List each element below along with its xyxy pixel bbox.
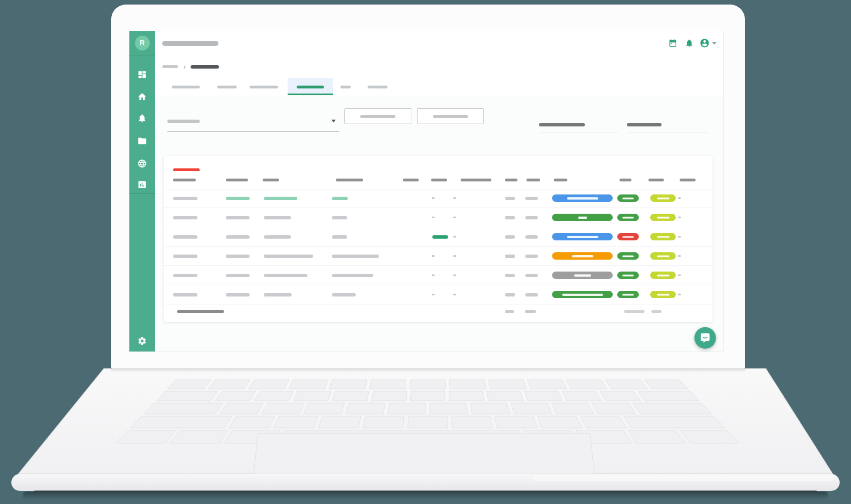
- status-pill: [617, 291, 639, 298]
- laptop-mockup: R: [0, 0, 851, 504]
- cell-dot: [432, 274, 435, 276]
- laptop-keyboard: [0, 363, 851, 504]
- cell-dot: [678, 274, 681, 276]
- chat-launcher-button[interactable]: [694, 327, 716, 349]
- filter-select[interactable]: [167, 111, 339, 132]
- table-row-1[interactable]: [164, 189, 713, 208]
- status-pill: [552, 214, 613, 221]
- cell-skeleton-bar: [505, 235, 515, 239]
- caret-down-icon[interactable]: [712, 42, 717, 45]
- button-label-skeleton: [360, 115, 395, 118]
- bell-icon[interactable]: [685, 39, 694, 48]
- cell-skeleton-bar: [525, 255, 538, 258]
- cell-dot: [678, 255, 681, 257]
- tab-1[interactable]: [172, 78, 200, 95]
- globe-icon[interactable]: [137, 159, 147, 168]
- field-value-skeleton: [539, 123, 585, 126]
- status-pill: [552, 252, 613, 260]
- cell-skeleton-bar: [332, 255, 379, 258]
- laptop-touchpad: [254, 434, 595, 474]
- status-pill: [650, 194, 676, 202]
- top-bar: [155, 31, 723, 56]
- table-row-4[interactable]: [164, 247, 713, 266]
- tab-5[interactable]: [340, 78, 351, 95]
- cell-skeleton-bar: [332, 197, 348, 200]
- notifications-icon[interactable]: [137, 113, 147, 123]
- cell-dot: [453, 236, 456, 238]
- tab-label-skeleton: [217, 86, 237, 88]
- cell-dot: [678, 217, 681, 218]
- filter-field-1[interactable]: [539, 113, 618, 133]
- tab-3[interactable]: [250, 78, 278, 95]
- brand-avatar[interactable]: R: [135, 36, 150, 50]
- cell-dot: [432, 255, 435, 257]
- tab-bar: [155, 78, 723, 96]
- laptop-screen: R: [111, 5, 745, 369]
- cell-skeleton-bar: [173, 197, 197, 200]
- cell-skeleton-bar: [264, 255, 313, 258]
- calendar-icon[interactable]: [668, 39, 677, 48]
- cell-skeleton-bar: [505, 293, 515, 297]
- cell-skeleton-bar: [505, 274, 515, 277]
- filter-field-2[interactable]: [627, 113, 709, 133]
- cell-skeleton-bar: [505, 197, 515, 200]
- cell-skeleton-bar: [264, 293, 292, 297]
- mini-status-bar: [432, 235, 448, 239]
- account-icon[interactable]: [700, 38, 710, 48]
- column-header-skeleton: [336, 179, 363, 181]
- tab-6[interactable]: [368, 78, 387, 95]
- chart-icon[interactable]: [137, 180, 147, 189]
- chevron-right-icon: ›: [183, 63, 186, 70]
- status-pill: [617, 214, 639, 221]
- sidebar-header: R: [129, 31, 155, 56]
- cell-dot: [453, 274, 456, 276]
- sidebar: R: [129, 31, 155, 351]
- field-value-skeleton: [627, 123, 662, 126]
- cell-dot: [432, 197, 435, 199]
- status-pill: [650, 252, 676, 260]
- results-table-card: [164, 156, 713, 322]
- tab-label-skeleton: [172, 86, 200, 88]
- column-header-skeleton: [403, 179, 419, 181]
- column-header-skeleton: [431, 179, 447, 181]
- filter-button-2[interactable]: [417, 108, 484, 124]
- status-pill: [650, 272, 676, 279]
- cell-skeleton-bar: [173, 274, 197, 277]
- tab-label-skeleton: [297, 86, 324, 88]
- table-row-5[interactable]: [164, 266, 713, 285]
- folder-icon[interactable]: [137, 136, 147, 146]
- breadcrumb-item-skeleton[interactable]: [162, 65, 178, 68]
- table-row-3[interactable]: [164, 227, 713, 247]
- cell-skeleton-bar: [505, 216, 515, 219]
- cell-dot: [678, 294, 681, 295]
- footer-skeleton-bar: [624, 310, 644, 313]
- tab-4-active[interactable]: [288, 78, 333, 95]
- cell-skeleton-bar: [226, 235, 250, 239]
- cell-dot: [432, 217, 435, 218]
- status-pill: [650, 291, 676, 298]
- page-title-skeleton: [162, 41, 218, 46]
- cell-skeleton-bar: [173, 235, 197, 239]
- cell-skeleton-bar: [226, 216, 250, 219]
- dashboard-icon[interactable]: [137, 70, 147, 79]
- cell-skeleton-bar: [525, 197, 538, 200]
- content-area: [155, 96, 723, 351]
- app-window: R: [129, 31, 723, 351]
- cell-skeleton-bar: [525, 274, 538, 277]
- settings-icon[interactable]: [137, 336, 147, 346]
- cell-dot: [678, 197, 681, 199]
- cell-skeleton-bar: [264, 235, 291, 239]
- filter-button-1[interactable]: [344, 108, 411, 124]
- cell-skeleton-bar: [332, 293, 356, 297]
- cell-skeleton-bar: [525, 216, 538, 219]
- footer-skeleton-bar: [505, 310, 514, 313]
- status-pill: [650, 214, 676, 221]
- column-header-skeleton: [620, 179, 631, 181]
- cell-skeleton-bar: [332, 216, 347, 219]
- cell-dot: [432, 294, 435, 295]
- cell-skeleton-bar: [332, 235, 347, 239]
- home-icon[interactable]: [137, 92, 147, 101]
- cell-skeleton-bar: [264, 274, 307, 277]
- table-row-2[interactable]: [164, 208, 713, 227]
- tab-2[interactable]: [217, 78, 237, 95]
